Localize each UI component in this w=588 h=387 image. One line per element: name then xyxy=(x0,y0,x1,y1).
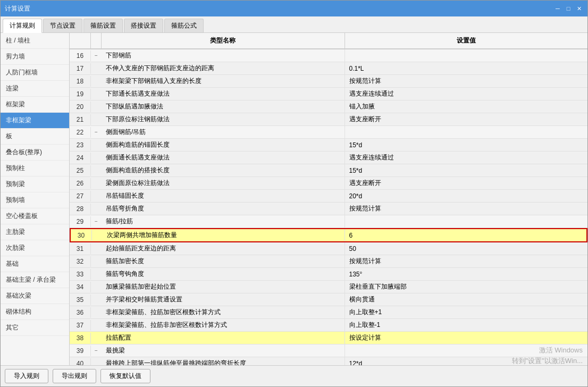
table-row[interactable]: 20 下部纵筋遇加腋做法 锚入加腋 xyxy=(70,100,587,113)
row-name: 加腋梁箍筋加密起始位置 xyxy=(102,281,345,293)
maximize-button[interactable]: □ xyxy=(564,4,573,13)
table-row[interactable]: 39 − 最挑梁 xyxy=(70,344,587,357)
row-name: 吊筋弯折角度 xyxy=(102,203,345,215)
row-num: 36 xyxy=(70,307,91,318)
sidebar-item[interactable]: 次肋梁 xyxy=(1,240,69,256)
row-num: 40 xyxy=(70,358,91,366)
row-num: 33 xyxy=(70,269,91,280)
row-name: 拉筋配置 xyxy=(102,332,345,344)
section-label: 侧面钢筋/吊筋 xyxy=(102,126,345,138)
row-num: 22 xyxy=(70,127,91,138)
row-num: 21 xyxy=(70,114,91,125)
expand-icon[interactable]: − xyxy=(91,218,102,224)
sidebar-item[interactable]: 预制梁 xyxy=(1,176,69,192)
tab-计算规则[interactable]: 计算规则 xyxy=(3,19,42,33)
sidebar-item[interactable]: 板 xyxy=(1,129,69,145)
row-num: 35 xyxy=(70,295,91,305)
row-name: 侧面通长筋遇支座做法 xyxy=(102,152,345,164)
table-body: 16 − 下部钢筋 17 不伸入支座的下部钢筋距支座边的距离 0.1*L 18 … xyxy=(70,49,587,365)
table-row[interactable]: 35 并字梁相交时箍筋贯通设置 横向贯通 xyxy=(70,293,587,306)
row-value: 遇支座连续通过 xyxy=(345,88,588,100)
table-row[interactable]: 37 非框架梁箍筋、拉筋非加密区根数计算方式 向上取整-1 xyxy=(70,319,587,332)
row-value: 遇支座断开 xyxy=(345,113,588,125)
table-row[interactable]: 34 加腋梁箍筋加密起始位置 梁柱垂直下加腋端部 xyxy=(70,281,587,293)
row-name: 次梁两侧共增加箍筋数量 xyxy=(103,229,345,241)
row-name: 起始箍筋距支座边的距离 xyxy=(102,242,345,255)
row-name: 吊筋锚固长度 xyxy=(102,190,345,202)
expand-icon[interactable]: − xyxy=(91,53,102,58)
restore-defaults-button[interactable]: 恢复默认值 xyxy=(100,369,150,383)
sidebar-item[interactable]: 人防门框墙 xyxy=(1,65,69,81)
row-value: 遇支座断开 xyxy=(345,177,588,189)
row-num: 16 xyxy=(70,51,91,61)
header-name: 类型名称 xyxy=(102,33,345,48)
expand-icon[interactable]: − xyxy=(91,348,102,354)
sidebar-item[interactable]: 预制柱 xyxy=(1,161,69,176)
sidebar-item[interactable]: 基础次梁 xyxy=(1,288,69,304)
table-row[interactable]: 36 非框架梁箍筋、拉筋加密区根数计算方式 向上取整+1 xyxy=(70,306,587,319)
section-label: 最挑梁 xyxy=(102,344,345,357)
table-row[interactable]: 33 箍筋弯钩角度 135° xyxy=(70,268,587,281)
sidebar-item[interactable]: 非框架梁 xyxy=(1,113,69,129)
row-name: 非框架梁箍筋、拉筋非加密区根数计算方式 xyxy=(102,319,345,331)
table-row[interactable]: 27 吊筋锚固长度 20*d xyxy=(70,190,587,203)
table-row[interactable]: 40 最挑跨上部第一排纵筋伸至最挑跨端部的弯折长度 12*d xyxy=(70,357,587,365)
sidebar-item[interactable]: 主肋梁 xyxy=(1,224,69,240)
row-value: 向上取整-1 xyxy=(345,319,588,331)
sidebar-item[interactable]: 空心楼盖板 xyxy=(1,208,69,224)
table-row[interactable]: 32 箍筋加密长度 按规范计算 xyxy=(70,255,587,268)
sidebar-item[interactable]: 砌体结构 xyxy=(1,304,69,320)
table-header: 类型名称 设置值 xyxy=(70,33,587,49)
section-value xyxy=(345,131,588,134)
minimize-button[interactable]: ─ xyxy=(553,4,562,13)
table-row[interactable]: 25 侧面构造筋的搭接长度 15*d xyxy=(70,164,587,177)
row-num: 38 xyxy=(70,333,91,343)
row-name: 不伸入支座的下部钢筋距支座边的距离 xyxy=(102,62,345,74)
row-num: 18 xyxy=(70,76,91,87)
tab-搭接设置[interactable]: 搭接设置 xyxy=(124,19,163,32)
expand-icon[interactable]: − xyxy=(91,129,102,135)
table-row[interactable]: 31 起始箍筋距支座边的距离 50 xyxy=(70,242,587,255)
import-rules-button[interactable]: 导入规则 xyxy=(5,369,48,383)
table-row[interactable]: 22 − 侧面钢筋/吊筋 xyxy=(70,126,587,139)
table-row[interactable]: 26 梁侧面原位标注筋做法 遇支座断开 xyxy=(70,177,587,190)
sidebar: 柱 / 墙柱剪力墙人防门框墙连梁框架梁非框架梁板叠合板(整厚)预制柱预制梁预制墙… xyxy=(1,33,70,365)
table-row[interactable]: 18 非框架梁下部钢筋锚入支座的长度 按规范计算 xyxy=(70,75,587,88)
row-num: 24 xyxy=(70,153,91,163)
table-row[interactable]: 30 次梁两侧共增加箍筋数量 6 xyxy=(70,228,587,242)
row-num: 20 xyxy=(70,102,91,112)
close-button[interactable]: ✕ xyxy=(575,4,583,13)
row-name: 下部原位标注钢筋做法 xyxy=(102,113,345,125)
table-row[interactable]: 21 下部原位标注钢筋做法 遇支座断开 xyxy=(70,113,587,126)
sidebar-item[interactable]: 基础主梁 / 承台梁 xyxy=(1,272,69,288)
sidebar-item[interactable]: 连梁 xyxy=(1,81,69,97)
sidebar-item[interactable]: 基础 xyxy=(1,256,69,272)
row-num: 17 xyxy=(70,63,91,74)
row-num: 37 xyxy=(70,320,91,331)
main-window: 计算设置 ─ □ ✕ 计算规则节点设置箍筋设置搭接设置箍筋公式 柱 / 墙柱剪力… xyxy=(0,0,588,387)
sidebar-item[interactable]: 剪力墙 xyxy=(1,49,69,65)
table-row[interactable]: 17 不伸入支座的下部钢筋距支座边的距离 0.1*L xyxy=(70,62,587,75)
table-row[interactable]: 19 下部通长筋遇支座做法 遇支座连续通过 xyxy=(70,88,587,100)
tab-节点设置[interactable]: 节点设置 xyxy=(43,19,82,32)
sidebar-item[interactable]: 叠合板(整厚) xyxy=(1,145,69,161)
row-num: 39 xyxy=(70,346,91,356)
table-row[interactable]: 23 侧面构造筋的锚固长度 15*d xyxy=(70,139,587,152)
row-name: 侧面构造筋的搭接长度 xyxy=(102,164,345,176)
row-num: 30 xyxy=(71,230,92,241)
tab-箍筋公式[interactable]: 箍筋公式 xyxy=(164,19,204,32)
table-row[interactable]: 28 吊筋弯折角度 按规范计算 xyxy=(70,203,587,215)
row-value: 15*d xyxy=(345,165,588,176)
table-row[interactable]: 24 侧面通长筋遇支座做法 遇支座连续通过 xyxy=(70,152,587,164)
sidebar-item[interactable]: 其它 xyxy=(1,320,69,336)
export-rules-button[interactable]: 导出规则 xyxy=(53,369,96,383)
table-row[interactable]: 16 − 下部钢筋 xyxy=(70,49,587,62)
sidebar-item[interactable]: 柱 / 墙柱 xyxy=(1,33,69,49)
sidebar-item[interactable]: 框架梁 xyxy=(1,97,69,113)
tab-箍筋设置[interactable]: 箍筋设置 xyxy=(83,19,123,32)
sidebar-item[interactable]: 预制墙 xyxy=(1,192,69,208)
table-row[interactable]: 38 拉筋配置 按设定计算 xyxy=(70,332,587,344)
row-name: 下部通长筋遇支座做法 xyxy=(102,88,345,100)
table-row[interactable]: 29 − 箍筋/拉筋 xyxy=(70,215,587,228)
row-name: 非框架梁箍筋、拉筋加密区根数计算方式 xyxy=(102,306,345,318)
